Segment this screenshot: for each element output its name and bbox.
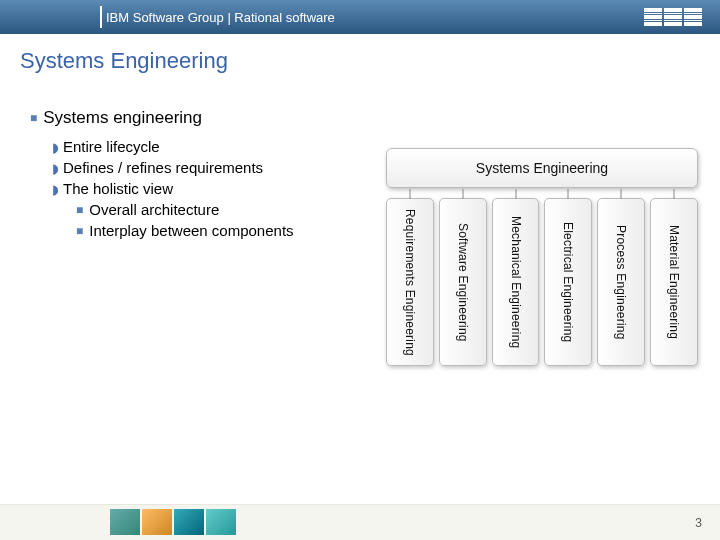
connector-line (674, 189, 675, 199)
header-title: IBM Software Group | Rational software (106, 10, 335, 25)
bullet-lvl2-text: The holistic view (63, 180, 173, 197)
diagram-top-box: Systems Engineering (386, 148, 698, 188)
ibm-logo (644, 8, 702, 26)
square-bullet-icon: ■ (76, 224, 83, 238)
connector-line (568, 189, 569, 199)
connector-line (515, 189, 516, 199)
bullet-lvl3-text: Interplay between components (89, 222, 293, 239)
diagram-column-label: Software Engineering (456, 223, 470, 342)
diagram-column: Process Engineering (597, 198, 645, 366)
bullet-lvl3-text: Overall architecture (89, 201, 219, 218)
bullet-lvl2-text: Defines / refines requirements (63, 159, 263, 176)
arrow-bullet-icon: ◗ (52, 140, 59, 155)
diagram-column-label: Process Engineering (614, 225, 628, 340)
footer-art-icon (110, 509, 236, 535)
slide-title: Systems Engineering (0, 34, 720, 74)
header-separator (100, 6, 102, 28)
diagram-column-label: Requirements Engineering (403, 209, 417, 356)
square-bullet-icon: ■ (30, 111, 37, 125)
connector-line (409, 189, 410, 199)
systems-engineering-diagram: Systems Engineering Requirements Enginee… (386, 148, 698, 366)
bullet-lvl2-text: Entire lifecycle (63, 138, 160, 155)
diagram-top-label: Systems Engineering (476, 160, 608, 176)
diagram-column: Software Engineering (439, 198, 487, 366)
diagram-columns: Requirements Engineering Software Engine… (386, 198, 698, 366)
footer-bar: 3 (0, 504, 720, 540)
bullet-lvl1-text: Systems engineering (43, 108, 202, 127)
diagram-column: Material Engineering (650, 198, 698, 366)
bullet-lvl1: ■Systems engineering (30, 108, 720, 128)
square-bullet-icon: ■ (76, 203, 83, 217)
page-number: 3 (695, 516, 702, 530)
diagram-column-label: Material Engineering (667, 225, 681, 339)
connector-line (621, 189, 622, 199)
diagram-column: Requirements Engineering (386, 198, 434, 366)
header-bar: IBM Software Group | Rational software (0, 0, 720, 34)
diagram-column-label: Electrical Engineering (561, 222, 575, 342)
connector-line (462, 189, 463, 199)
arrow-bullet-icon: ◗ (52, 182, 59, 197)
diagram-column: Electrical Engineering (544, 198, 592, 366)
arrow-bullet-icon: ◗ (52, 161, 59, 176)
diagram-column-label: Mechanical Engineering (509, 216, 523, 348)
diagram-column: Mechanical Engineering (492, 198, 540, 366)
